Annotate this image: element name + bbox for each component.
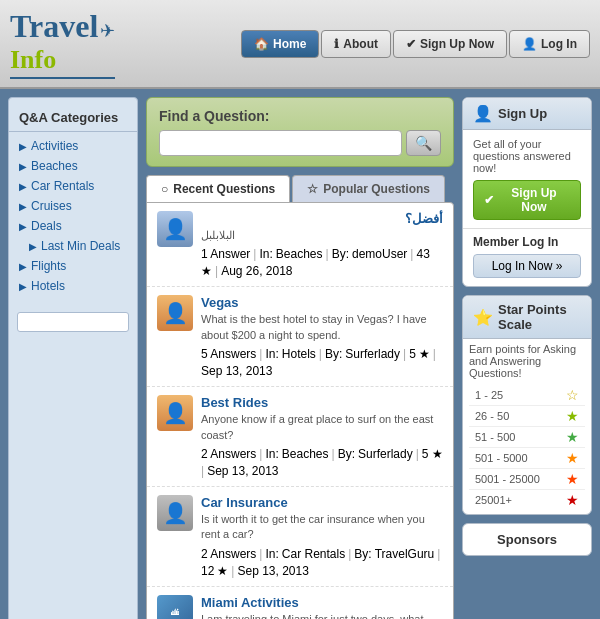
avatar: 👤 <box>157 211 193 247</box>
question-date: Sep 13, 2013 <box>237 564 308 578</box>
question-author[interactable]: Surferlady <box>345 347 400 361</box>
nav-login[interactable]: 👤 Log In <box>509 30 590 58</box>
star-count: 5 <box>409 347 416 361</box>
question-title[interactable]: Miami Activities <box>201 595 443 610</box>
star-points-desc: Earn points for Asking and Answering Que… <box>469 343 585 379</box>
member-login-title: Member Log In <box>473 235 581 249</box>
question-content: Best Rides Anyone know if a great place … <box>201 395 443 478</box>
star-count: 12 <box>201 564 214 578</box>
question-title[interactable]: Car Insurance <box>201 495 443 510</box>
star-icon-51-500: ★ <box>566 429 579 445</box>
star-points-body: Earn points for Asking and Answering Que… <box>463 339 591 514</box>
star-range-label: 501 - 5000 <box>475 452 528 464</box>
avatar-image: 👤 <box>157 295 193 331</box>
by-label: By: <box>354 547 371 561</box>
sidebar-item-deals[interactable]: ▶ Deals <box>9 216 137 236</box>
avatar-image: 👤 <box>157 495 193 531</box>
sidebar-item-activities[interactable]: ▶ Activities <box>9 136 137 156</box>
table-row: 🏙 Miami Activities I am traveling to Mia… <box>147 587 453 619</box>
star-scale-row-1: 1 - 25 ☆ <box>469 385 585 406</box>
in-label: In: <box>265 347 278 361</box>
by-label: By: <box>332 247 349 261</box>
logo-info: Info <box>10 45 56 74</box>
question-author[interactable]: demoUser <box>352 247 407 261</box>
star-range-label: 5001 - 25000 <box>475 473 540 485</box>
sidebar-item-beaches[interactable]: ▶ Beaches <box>9 156 137 176</box>
avatar-image: 👤 <box>157 395 193 431</box>
arrow-icon: ▶ <box>19 181 27 192</box>
star-scale-row-4: 501 - 5000 ★ <box>469 448 585 469</box>
star-icon: ★ <box>217 564 228 578</box>
star-scale-row-6: 25001+ ★ <box>469 490 585 510</box>
question-title[interactable]: أفضل؟ <box>201 211 443 226</box>
star-icon-5001-25000: ★ <box>566 471 579 487</box>
main-layout: Q&A Categories ▶ Activities ▶ Beaches ▶ … <box>0 89 600 619</box>
signup-button[interactable]: ✔ Sign Up Now <box>473 180 581 220</box>
login-button[interactable]: Log In Now » <box>473 254 581 278</box>
question-content: أفضل؟ البلابلبل 1 Answer | In: Beaches |… <box>201 211 443 278</box>
sidebar-search-input[interactable] <box>17 312 129 332</box>
question-date: Sep 13, 2013 <box>201 364 272 378</box>
left-sidebar: Q&A Categories ▶ Activities ▶ Beaches ▶ … <box>8 97 138 619</box>
question-meta: 5 Answers | In: Hotels | By: Surferlady … <box>201 347 443 378</box>
in-label: In: <box>259 247 272 261</box>
arrow-icon: ▶ <box>29 241 37 252</box>
question-category[interactable]: Hotels <box>282 347 316 361</box>
search-button[interactable]: 🔍 <box>406 130 441 156</box>
star-points-header: ⭐ Star Points Scale <box>463 296 591 339</box>
star-icon-1-25: ☆ <box>566 387 579 403</box>
question-title[interactable]: Best Rides <box>201 395 443 410</box>
star-icon-501-5000: ★ <box>566 450 579 466</box>
star-scale-row-5: 5001 - 25000 ★ <box>469 469 585 490</box>
star-icon-25001: ★ <box>566 492 579 508</box>
star-icon-26-50: ★ <box>566 408 579 424</box>
question-category[interactable]: Car Rentals <box>282 547 345 561</box>
nav-home[interactable]: 🏠 Home <box>241 30 319 58</box>
user-icon: 👤 <box>522 37 537 51</box>
signup-box-body: Get all of your questions answered now! … <box>463 130 591 228</box>
table-row: 👤 أفضل؟ البلابلبل 1 Answer | In: Beaches… <box>147 203 453 287</box>
question-date: Aug 26, 2018 <box>221 264 292 278</box>
in-label: In: <box>265 547 278 561</box>
find-question-label: Find a Question: <box>159 108 441 124</box>
star-icon: ★ <box>201 264 212 278</box>
question-author[interactable]: Surferlady <box>358 447 413 461</box>
answer-count: 2 Answers <box>201 547 256 561</box>
star-icon: ★ <box>432 447 443 461</box>
home-icon: 🏠 <box>254 37 269 51</box>
sidebar-search-area <box>9 304 137 340</box>
sidebar-item-last-min-deals[interactable]: ▶ Last Min Deals <box>9 236 137 256</box>
question-content: Miami Activities I am traveling to Miami… <box>201 595 443 619</box>
signup-title: Sign Up <box>498 106 547 121</box>
arrow-icon: ▶ <box>19 281 27 292</box>
star-range-label: 51 - 500 <box>475 431 515 443</box>
question-author[interactable]: TravelGuru <box>375 547 435 561</box>
signup-box: 👤 Sign Up Get all of your questions answ… <box>462 97 592 287</box>
question-title[interactable]: Vegas <box>201 295 443 310</box>
tab-recent[interactable]: ○ Recent Questions <box>146 175 290 202</box>
question-category[interactable]: Beaches <box>276 247 323 261</box>
member-login-section: Member Log In Log In Now » <box>463 228 591 286</box>
star-icon: ★ <box>419 347 430 361</box>
sidebar-item-hotels[interactable]: ▶ Hotels <box>9 276 137 296</box>
question-category[interactable]: Beaches <box>282 447 329 461</box>
question-content: Vegas What is the best hotel to stay in … <box>201 295 443 378</box>
arrow-icon: ▶ <box>19 141 27 152</box>
sidebar-item-car-rentals[interactable]: ▶ Car Rentals <box>9 176 137 196</box>
question-meta: 2 Answers | In: Beaches | By: Surferlady… <box>201 447 443 478</box>
person-icon: 👤 <box>473 104 493 123</box>
sidebar-item-cruises[interactable]: ▶ Cruises <box>9 196 137 216</box>
search-input[interactable] <box>159 130 402 156</box>
star-scale-row-3: 51 - 500 ★ <box>469 427 585 448</box>
avatar-image: 🏙 <box>171 608 179 617</box>
nav-about[interactable]: ℹ About <box>321 30 391 58</box>
nav-signup[interactable]: ✔ Sign Up Now <box>393 30 507 58</box>
star-range-label: 1 - 25 <box>475 389 503 401</box>
star-range-label: 26 - 50 <box>475 410 509 422</box>
info-icon: ℹ <box>334 37 339 51</box>
star-points-icon: ⭐ <box>473 308 493 327</box>
tab-popular[interactable]: ☆ Popular Questions <box>292 175 445 202</box>
in-label: In: <box>265 447 278 461</box>
by-label: By: <box>338 447 355 461</box>
sidebar-item-flights[interactable]: ▶ Flights <box>9 256 137 276</box>
